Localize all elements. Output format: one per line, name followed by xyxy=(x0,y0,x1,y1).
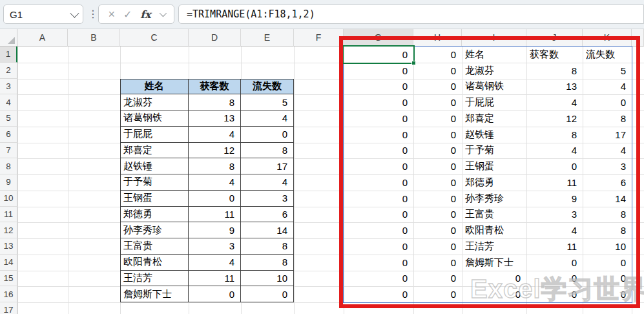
cell-J4[interactable]: 4 xyxy=(526,94,583,110)
table-cell[interactable]: 5 xyxy=(241,94,294,110)
cell-G16[interactable]: 0 xyxy=(344,286,413,302)
row-header-15[interactable]: 15 xyxy=(0,271,17,287)
column-header-D[interactable]: D xyxy=(189,29,241,47)
table-cell[interactable]: 12 xyxy=(189,143,241,159)
cell-J11[interactable]: 3 xyxy=(526,207,583,223)
cell-G15[interactable]: 0 xyxy=(344,271,413,287)
cell-G3[interactable]: 0 xyxy=(344,79,413,95)
table-cell[interactable]: 3 xyxy=(189,238,241,255)
cell-H1[interactable]: 0 xyxy=(413,47,462,63)
row-header-6[interactable]: 6 xyxy=(0,127,17,143)
confirm-icon[interactable]: ✓ xyxy=(123,8,132,21)
cell-J16[interactable]: 0 xyxy=(526,286,583,302)
table-cell[interactable]: 龙淑芬 xyxy=(120,94,189,110)
cell-I4[interactable]: 于屁屁 xyxy=(462,94,526,110)
row-header-17[interactable]: 17 xyxy=(0,302,17,314)
cell-K10[interactable]: 14 xyxy=(583,191,632,207)
cell-K1[interactable]: 流失数 xyxy=(583,47,632,63)
cell-H4[interactable]: 0 xyxy=(413,94,462,110)
cell-J13[interactable]: 11 xyxy=(526,238,583,255)
table-cell[interactable]: 4 xyxy=(241,174,294,191)
table-cell[interactable]: 8 xyxy=(189,94,241,110)
table-cell[interactable]: 10 xyxy=(241,271,294,287)
column-header-A[interactable]: A xyxy=(17,29,68,47)
table-cell[interactable]: 4 xyxy=(189,255,241,271)
cell-G11[interactable]: 0 xyxy=(344,207,413,223)
table-cell[interactable]: 0 xyxy=(189,191,241,207)
cell-K16[interactable]: 0 xyxy=(583,286,632,302)
cell-K6[interactable]: 17 xyxy=(583,127,632,143)
table-cell[interactable]: 郑德勇 xyxy=(120,207,189,223)
table-cell[interactable]: 于予菊 xyxy=(120,174,189,191)
table-cell[interactable]: 王钢蛋 xyxy=(120,191,189,207)
cell-K11[interactable]: 8 xyxy=(583,207,632,223)
row-header-8[interactable]: 8 xyxy=(0,158,17,174)
row-header-10[interactable]: 10 xyxy=(0,191,17,207)
cell-I11[interactable]: 王富贵 xyxy=(462,207,526,223)
cell-J14[interactable]: 0 xyxy=(526,255,583,271)
column-header-F[interactable]: F xyxy=(294,29,344,47)
table-header-cell[interactable]: 获客数 xyxy=(189,79,241,95)
chevron-down-icon[interactable] xyxy=(70,9,79,18)
cell-J12[interactable]: 4 xyxy=(526,222,583,238)
column-header-E[interactable]: E xyxy=(241,29,294,47)
cell-K2[interactable]: 5 xyxy=(583,63,632,79)
cell-I3[interactable]: 诸葛钢铁 xyxy=(462,79,526,95)
cell-J10[interactable]: 9 xyxy=(526,191,583,207)
cell-K7[interactable]: 4 xyxy=(583,143,632,159)
table-cell[interactable]: 3 xyxy=(241,191,294,207)
cell-K13[interactable]: 10 xyxy=(583,238,632,255)
cell-G10[interactable]: 0 xyxy=(344,191,413,207)
cell-H15[interactable]: 0 xyxy=(413,271,462,287)
cell-H2[interactable]: 0 xyxy=(413,63,462,79)
cell-G2[interactable]: 0 xyxy=(344,63,413,79)
cell-H11[interactable]: 0 xyxy=(413,207,462,223)
cell-G14[interactable]: 0 xyxy=(344,255,413,271)
row-header-11[interactable]: 11 xyxy=(0,207,17,223)
row-header-14[interactable]: 14 xyxy=(0,255,17,271)
cell-I15[interactable]: 0 xyxy=(462,271,526,287)
cell-H12[interactable]: 0 xyxy=(413,222,462,238)
select-all-corner[interactable] xyxy=(0,29,17,47)
cell-I6[interactable]: 赵铁锤 xyxy=(462,127,526,143)
cell-K4[interactable]: 0 xyxy=(583,94,632,110)
table-cell[interactable]: 6 xyxy=(241,207,294,223)
cell-K9[interactable]: 6 xyxy=(583,174,632,191)
row-header-3[interactable]: 3 xyxy=(0,79,17,95)
column-header-I[interactable]: I xyxy=(462,29,526,47)
table-cell[interactable]: 9 xyxy=(189,222,241,238)
table-cell[interactable]: 11 xyxy=(189,207,241,223)
row-header-16[interactable]: 16 xyxy=(0,286,17,302)
row-header-9[interactable]: 9 xyxy=(0,174,17,191)
row-header-13[interactable]: 13 xyxy=(0,238,17,255)
formula-bar[interactable]: =TRIMRANGE(A1:F18,1,2) xyxy=(178,5,644,24)
cell-G8[interactable]: 0 xyxy=(344,158,413,174)
table-cell[interactable]: 13 xyxy=(189,110,241,127)
cell-I5[interactable]: 郑喜定 xyxy=(462,110,526,127)
cell-H3[interactable]: 0 xyxy=(413,79,462,95)
name-box[interactable]: G1 xyxy=(3,5,83,24)
cell-K3[interactable]: 4 xyxy=(583,79,632,95)
cell-K15[interactable]: 0 xyxy=(583,271,632,287)
table-cell[interactable]: 詹姆斯下士 xyxy=(120,286,189,302)
cell-G12[interactable]: 0 xyxy=(344,222,413,238)
cell-H10[interactable]: 0 xyxy=(413,191,462,207)
cell-J7[interactable]: 4 xyxy=(526,143,583,159)
table-cell[interactable]: 郑喜定 xyxy=(120,143,189,159)
cell-H5[interactable]: 0 xyxy=(413,110,462,127)
table-header-cell[interactable]: 姓名 xyxy=(120,79,189,95)
cell-H6[interactable]: 0 xyxy=(413,127,462,143)
cell-J8[interactable]: 0 xyxy=(526,158,583,174)
cell-I14[interactable]: 詹姆斯下士 xyxy=(462,255,526,271)
cell-G9[interactable]: 0 xyxy=(344,174,413,191)
cell-I7[interactable]: 于予菊 xyxy=(462,143,526,159)
cell-H8[interactable]: 0 xyxy=(413,158,462,174)
fill-handle[interactable] xyxy=(411,61,416,65)
cell-H13[interactable]: 0 xyxy=(413,238,462,255)
cell-I2[interactable]: 龙淑芬 xyxy=(462,63,526,79)
row-header-5[interactable]: 5 xyxy=(0,110,17,127)
cancel-icon[interactable]: × xyxy=(108,8,115,21)
cell-J3[interactable]: 13 xyxy=(526,79,583,95)
cell-G13[interactable]: 0 xyxy=(344,238,413,255)
kebab-menu-icon[interactable]: ⋮ xyxy=(88,7,98,21)
